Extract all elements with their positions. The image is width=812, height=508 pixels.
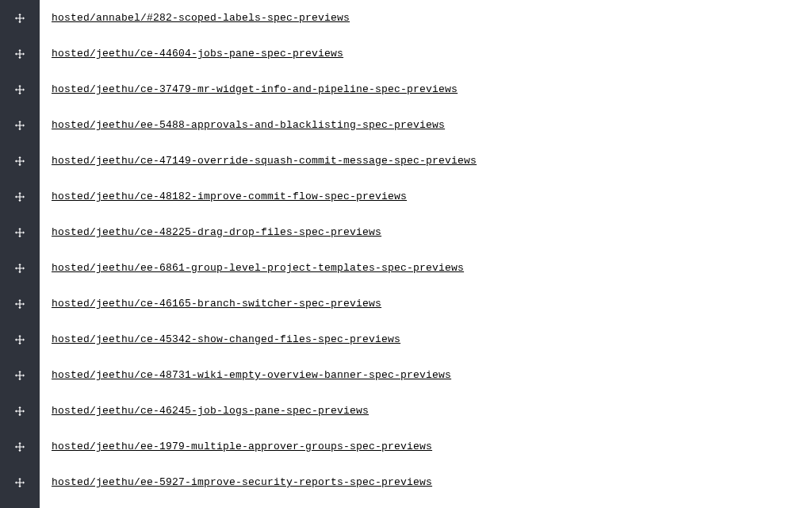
list-item: hosted/annabel/#282-scoped-labels-spec-p… [52,0,812,36]
move-icon[interactable] [14,120,25,131]
move-icon[interactable] [14,441,25,452]
branch-link[interactable]: hosted/jeethu/ee-5488-approvals-and-blac… [52,119,445,131]
content-list: hosted/annabel/#282-scoped-labels-spec-p… [40,0,812,508]
move-icon[interactable] [14,191,25,202]
list-item: hosted/jeethu/ee-1979-multiple-approver-… [52,429,812,464]
move-icon[interactable] [14,84,25,95]
sidebar [0,0,40,508]
list-item: hosted/jeethu/ce-46245-job-logs-pane-spe… [52,393,812,429]
move-icon[interactable] [14,48,25,60]
move-icon[interactable] [14,298,25,310]
move-icon[interactable] [14,227,25,238]
list-item: hosted/jeethu/ce-44604-jobs-pane-spec-pr… [52,36,812,71]
list-item: hosted/jeethu/ce-46165-branch-switcher-s… [52,286,812,321]
list-item: hosted/jeethu/ce-47149-override-squash-c… [52,143,812,179]
branch-link[interactable]: hosted/jeethu/ce-48182-improve-commit-fl… [52,190,407,202]
branch-link[interactable]: hosted/jeethu/ee-5927-improve-security-r… [52,476,432,488]
branch-link[interactable]: hosted/jeethu/ce-46245-job-logs-pane-spe… [52,405,369,417]
move-icon[interactable] [14,156,25,167]
branch-link[interactable]: hosted/jeethu/ce-46165-branch-switcher-s… [52,298,381,310]
branch-link[interactable]: hosted/annabel/#282-scoped-labels-spec-p… [52,12,350,24]
branch-link[interactable]: hosted/jeethu/ce-48225-drag-drop-files-s… [52,226,381,238]
branch-link[interactable]: hosted/jeethu/ce-45342-show-changed-file… [52,333,400,345]
branch-link[interactable]: hosted/jeethu/ee-6861-group-level-projec… [52,262,464,274]
list-item: hosted/jeethu/ce-48731-wiki-empty-overvi… [52,357,812,393]
branch-link[interactable]: hosted/jeethu/ce-47149-override-squash-c… [52,155,477,167]
branch-link[interactable]: hosted/jeethu/ce-44604-jobs-pane-spec-pr… [52,48,343,60]
list-item: hosted/jeethu/ce-45342-show-changed-file… [52,321,812,357]
branch-link[interactable]: hosted/jeethu/ee-1979-multiple-approver-… [52,441,432,452]
move-icon[interactable] [14,13,25,24]
move-icon[interactable] [14,477,25,488]
list-item: hosted/jeethu/ee-6861-group-level-projec… [52,250,812,286]
list-item: hosted/jeethu/ce-48225-drag-drop-files-s… [52,214,812,250]
branch-link[interactable]: hosted/jeethu/ce-48731-wiki-empty-overvi… [52,369,451,381]
move-icon[interactable] [14,334,25,345]
list-item: hosted/jeethu/ee-5927-improve-security-r… [52,464,812,500]
main-container: hosted/annabel/#282-scoped-labels-spec-p… [0,0,812,508]
list-item: hosted/jeethu/ce-37479-mr-widget-info-an… [52,71,812,107]
move-icon[interactable] [14,370,25,381]
move-icon[interactable] [14,406,25,417]
list-item: hosted/jeethu/ee-5488-approvals-and-blac… [52,107,812,143]
list-item: hosted/jeethu/ce-48182-improve-commit-fl… [52,179,812,214]
branch-link[interactable]: hosted/jeethu/ce-37479-mr-widget-info-an… [52,83,458,95]
move-icon[interactable] [14,263,25,274]
